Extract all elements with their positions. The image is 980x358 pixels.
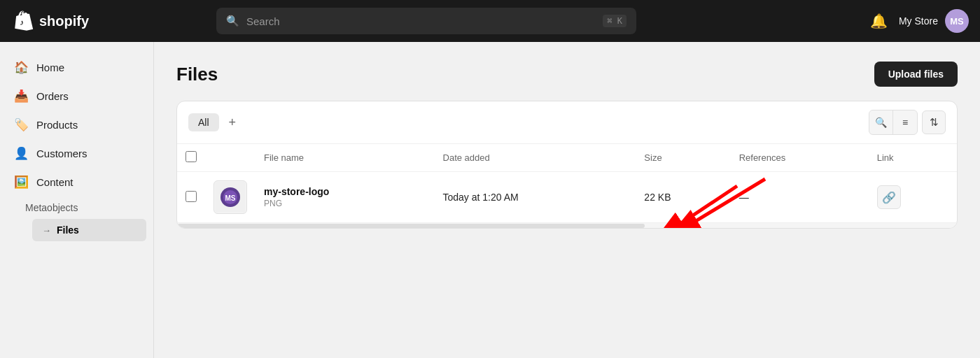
logo[interactable]: shopify	[11, 10, 95, 32]
page-title: Files	[176, 64, 218, 85]
table-container: File name Date added Size References	[177, 144, 957, 222]
row-thumb-cell: MS	[205, 172, 255, 223]
arrow-icon: →	[42, 225, 51, 236]
filter-search-group: 🔍 ≡	[869, 110, 918, 135]
col-filename: File name	[255, 144, 435, 172]
file-card: All + 🔍 ≡ ⇅	[176, 101, 958, 229]
col-dateadded: Date added	[435, 144, 636, 172]
file-references: —	[739, 192, 749, 203]
home-icon: 🏠	[14, 60, 28, 75]
shopify-logo-icon	[11, 10, 34, 32]
search-kbd: ⌘ K	[603, 15, 626, 27]
sidebar-item-content[interactable]: 🖼️ Content	[0, 168, 153, 196]
filter-icon: ≡	[902, 117, 908, 128]
file-card-toolbar: All + 🔍 ≡ ⇅	[177, 101, 957, 144]
store-name: My Store	[899, 15, 938, 27]
notification-button[interactable]: 🔔	[867, 10, 890, 32]
row-references-cell: —	[731, 172, 869, 223]
sidebar-item-files[interactable]: → Files	[32, 219, 146, 241]
select-all-checkbox[interactable]	[186, 151, 197, 162]
sidebar-item-orders[interactable]: 📥 Orders	[0, 82, 153, 110]
col-size: Size	[636, 144, 730, 172]
svg-text:MS: MS	[225, 194, 236, 202]
scroll-thumb[interactable]	[177, 224, 645, 228]
row-checkbox[interactable]	[186, 191, 197, 202]
sidebar-item-metaobjects[interactable]: Metaobjects	[25, 196, 153, 219]
col-references: References	[731, 144, 869, 172]
sort-button[interactable]: ⇅	[922, 110, 946, 134]
navbar: shopify 🔍 ⌘ K 🔔 My Store MS	[0, 0, 980, 42]
sort-icon: ⇅	[930, 116, 939, 129]
file-thumbnail: MS	[214, 180, 247, 214]
sidebar-label-home: Home	[36, 62, 64, 73]
content-area: Files Upload files All + 🔍 ≡	[154, 42, 980, 358]
toolbar-right: 🔍 ≡ ⇅	[869, 110, 946, 135]
search-bar[interactable]: 🔍 ⌘ K	[216, 8, 636, 34]
search-filter-button[interactable]: 🔍	[869, 110, 893, 134]
content-icon: 🖼️	[14, 175, 28, 189]
navbar-right: 🔔 My Store MS	[867, 9, 969, 33]
link-icon: 🔗	[882, 191, 896, 204]
file-name: my-store-logo	[264, 186, 426, 197]
sidebar-sub: Metaobjects → Files	[0, 196, 153, 241]
file-type: PNG	[264, 199, 426, 208]
scroll-hint	[177, 222, 957, 228]
table-row: MS my-store-logo PNG Today at 1:20 AM	[177, 172, 957, 223]
search-input[interactable]	[246, 15, 596, 27]
products-icon: 🏷️	[14, 117, 28, 132]
col-checkbox	[177, 144, 205, 172]
store-info[interactable]: My Store MS	[899, 9, 969, 33]
file-table: File name Date added Size References	[177, 144, 957, 222]
search-icon: 🔍	[226, 15, 239, 27]
tab-all[interactable]: All	[188, 113, 219, 131]
page-header: Files Upload files	[176, 62, 958, 87]
row-link-cell: 🔗	[869, 172, 957, 223]
sidebar-label-products: Products	[36, 119, 78, 131]
sidebar-label-content: Content	[36, 176, 74, 188]
logo-text: shopify	[39, 13, 89, 29]
upload-files-button[interactable]: Upload files	[874, 62, 958, 87]
tab-add-button[interactable]: +	[225, 115, 241, 130]
main-layout: 🏠 Home 📥 Orders 🏷️ Products 👤 Customers …	[0, 42, 980, 358]
files-label: Files	[57, 224, 79, 236]
sidebar-item-customers[interactable]: 👤 Customers	[0, 139, 153, 168]
row-checkbox-cell	[177, 172, 205, 223]
sidebar-item-home[interactable]: 🏠 Home	[0, 53, 153, 82]
col-link: Link	[869, 144, 957, 172]
file-size: 22 KB	[644, 192, 671, 203]
avatar: MS	[945, 9, 969, 33]
filter-button[interactable]: ≡	[893, 110, 917, 134]
thumbnail-image: MS	[215, 182, 246, 213]
file-date: Today at 1:20 AM	[443, 192, 519, 203]
search-filter-icon: 🔍	[875, 117, 887, 128]
sidebar-item-products[interactable]: 🏷️ Products	[0, 110, 153, 139]
customers-icon: 👤	[14, 146, 28, 161]
metaobjects-label: Metaobjects	[25, 202, 78, 213]
col-thumb	[205, 144, 255, 172]
row-date-cell: Today at 1:20 AM	[435, 172, 636, 223]
sidebar-label-orders: Orders	[36, 90, 69, 102]
row-size-cell: 22 KB	[636, 172, 730, 223]
copy-link-button[interactable]: 🔗	[877, 185, 901, 209]
row-filename-cell: my-store-logo PNG	[255, 172, 435, 223]
table-header-row: File name Date added Size References	[177, 144, 957, 172]
sidebar-label-customers: Customers	[36, 148, 88, 159]
sidebar: 🏠 Home 📥 Orders 🏷️ Products 👤 Customers …	[0, 42, 154, 358]
orders-icon: 📥	[14, 89, 28, 103]
